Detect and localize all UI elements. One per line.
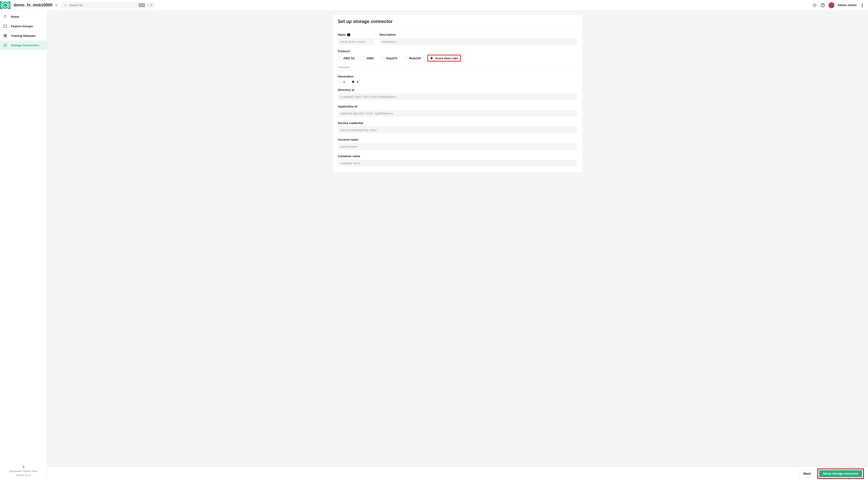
footer-logo-icon: ❃ (3, 464, 43, 469)
field-name: Name i (338, 33, 374, 45)
app-body: Home Feature Groups Training Datasets St… (0, 10, 868, 480)
radio-icon (361, 56, 364, 60)
sidebar-item-feature-groups[interactable]: Feature Groups (0, 21, 47, 31)
submit-highlight-annotation: Setup storage connector (817, 469, 864, 479)
radio-icon (351, 80, 355, 84)
sidebar-item-storage-connectors[interactable]: Storage Connectors (0, 40, 47, 50)
app-header: demo_fs_meb10000 Ctrl + P 👤 Admin Admin (0, 0, 868, 10)
sidebar: Home Feature Groups Training Datasets St… (0, 10, 47, 480)
setup-storage-connector-button[interactable]: Setup storage connector (819, 470, 862, 477)
svg-rect-10 (6, 27, 7, 28)
generation-option-2[interactable]: 2 (351, 80, 358, 84)
svg-rect-13 (4, 44, 7, 47)
field-label: Account name (338, 138, 577, 141)
svg-rect-8 (6, 25, 7, 25)
generation-option-label: 1 (343, 80, 345, 84)
more-menu-icon[interactable] (860, 3, 865, 8)
field-container-name: Container name (338, 154, 577, 167)
sidebar-item-label: Storage Connectors (11, 43, 39, 47)
field-input[interactable] (338, 93, 577, 100)
svg-point-5 (862, 5, 863, 5)
protocol-option-redshift[interactable]: Redshift (404, 56, 421, 60)
feature-groups-icon (3, 24, 7, 28)
svg-point-3 (823, 6, 823, 6)
sidebar-item-label: Feature Groups (11, 25, 33, 28)
info-icon[interactable]: i (347, 33, 350, 36)
protocol-option-jdbc[interactable]: JDBC (361, 56, 374, 60)
field-directory-id: Directory id (338, 88, 577, 100)
protocol-option-hopsfs[interactable]: HopsFS (381, 56, 397, 60)
storage-connectors-icon (3, 43, 7, 47)
field-label: Directory id (338, 88, 577, 92)
field-input[interactable] (338, 126, 577, 133)
svg-point-6 (862, 6, 863, 7)
user-name: Admin Admin (838, 3, 857, 7)
field-account-name: Account name (338, 138, 577, 150)
protocol-option-label: JDBC (366, 57, 374, 60)
footer-line1: Hopsworks Feature Store (3, 469, 43, 473)
protocol-option-label: AWS S3 (343, 57, 354, 60)
sidebar-footer: ❃ Hopsworks Feature Store version 0.1.0 (0, 461, 47, 480)
generation-radio-row: 12 (338, 80, 577, 84)
search-bar[interactable]: Ctrl + P (62, 2, 155, 9)
kbd-ctrl: Ctrl (139, 3, 145, 7)
kbd-key: P (150, 3, 152, 7)
search-input[interactable] (69, 3, 137, 7)
project-switcher[interactable]: demo_fs_meb10000 (13, 3, 58, 7)
radio-icon (338, 80, 341, 84)
svg-point-1 (64, 4, 66, 6)
svg-rect-9 (4, 27, 4, 28)
name-input[interactable] (338, 38, 374, 45)
fields-host: Directory idApplication idService creden… (338, 88, 577, 167)
svg-rect-7 (4, 25, 4, 25)
brand-logo[interactable] (0, 1, 10, 9)
field-label: Service credential (338, 121, 577, 125)
sidebar-nav: Home Feature Groups Training Datasets St… (0, 10, 47, 50)
field-application-id: Application id (338, 105, 577, 117)
protocol-option-label: Azure Data Lake (435, 57, 458, 60)
svg-point-4 (862, 3, 863, 4)
section-generation: Generation 12 (338, 75, 577, 84)
description-input[interactable] (380, 38, 577, 45)
generation-option-1[interactable]: 1 (338, 80, 345, 84)
name-label-wrap: Name i (338, 33, 374, 36)
overview-icon[interactable] (812, 3, 817, 8)
main: Set up storage connector Name i Descript… (47, 10, 868, 480)
home-icon (3, 14, 7, 19)
field-input[interactable] (338, 143, 577, 150)
help-icon[interactable] (820, 3, 825, 8)
user-avatar[interactable]: 👤 (829, 2, 834, 8)
generation-label: Generation (338, 75, 577, 78)
training-datasets-icon (3, 34, 7, 38)
field-service-credential: Service credential (338, 121, 577, 133)
field-label: Container name (338, 154, 577, 158)
footer-line2: version 0.1.0 (3, 473, 43, 477)
radio-icon (404, 56, 407, 60)
sidebar-item-home[interactable]: Home (0, 12, 47, 21)
generation-option-label: 2 (357, 80, 358, 84)
form-card: Set up storage connector Name i Descript… (333, 14, 582, 173)
protocol-option-label: HopsFS (386, 57, 397, 60)
project-name: demo_fs_meb10000 (13, 3, 53, 7)
protocol-label: Protocol (338, 50, 577, 53)
radio-icon (381, 56, 384, 60)
chevron-down-icon (54, 3, 58, 7)
sidebar-item-label: Training Datasets (11, 34, 35, 37)
parameters-label: Parameters (338, 66, 577, 70)
back-button[interactable]: Back (800, 470, 815, 477)
field-input[interactable] (338, 110, 577, 117)
search-icon (64, 4, 67, 7)
radio-icon (430, 56, 433, 60)
field-description: Description (380, 33, 577, 45)
protocol-option-aws-s3[interactable]: AWS S3 (338, 56, 354, 60)
description-label: Description (380, 33, 577, 36)
sidebar-item-label: Home (11, 15, 19, 19)
protocol-option-label: Redshift (409, 57, 421, 60)
field-label: Application id (338, 105, 577, 108)
footer-bar: Back Setup storage connector (47, 467, 868, 480)
radio-icon (338, 56, 341, 60)
protocol-option-azure-data-lake[interactable]: Azure Data Lake (427, 55, 461, 62)
svg-rect-12 (4, 35, 6, 36)
field-input[interactable] (338, 160, 577, 167)
sidebar-item-training-datasets[interactable]: Training Datasets (0, 31, 47, 40)
